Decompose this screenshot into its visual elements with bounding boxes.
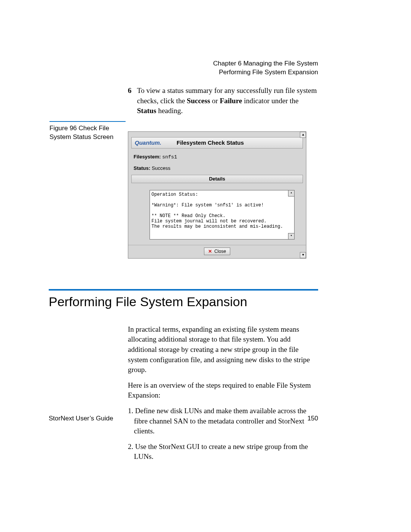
close-label: Close xyxy=(214,249,226,254)
dialog-title: Filesystem Check Status xyxy=(177,139,244,146)
section-heading: Performing File System Expansion xyxy=(49,294,318,309)
list-item-2: 2. Use the StorNext GUI to create a new … xyxy=(128,442,318,462)
page-header: Chapter 6 Managing the File System Perfo… xyxy=(213,59,318,77)
figure-caption: Figure 96 Check File System Status Scree… xyxy=(49,121,126,142)
filesystem-row: Filesystem: snfs1 xyxy=(134,154,301,160)
filesystem-label: Filesystem: xyxy=(134,154,161,160)
section-line: Performing File System Expansion xyxy=(213,68,318,77)
status-label: Status: xyxy=(134,165,150,171)
details-scroll-down-icon[interactable]: ▾ xyxy=(288,233,294,239)
details-text: Operation Status: *Warning*: File system… xyxy=(151,192,283,229)
chapter-line: Chapter 6 Managing the File System xyxy=(213,59,318,68)
footer-page-number: 150 xyxy=(307,415,318,422)
dialog-titlebar: Quantum. Filesystem Check Status xyxy=(131,137,303,149)
filesystem-value: snfs1 xyxy=(162,154,177,160)
details-textarea[interactable]: Operation Status: *Warning*: File system… xyxy=(150,190,295,240)
section-rule xyxy=(49,289,318,291)
close-icon: ✕ xyxy=(208,249,212,254)
page-footer: StorNext User’s Guide 150 xyxy=(49,415,318,422)
paragraph-1: In practical terms, expanding an existin… xyxy=(128,324,318,375)
outer-scroll-up-icon[interactable]: ▴ xyxy=(300,132,306,138)
step-number: 6 xyxy=(128,86,137,116)
dialog-footer: ✕ Close xyxy=(128,245,306,258)
caption-rule xyxy=(49,121,126,122)
footer-left: StorNext User’s Guide xyxy=(49,415,113,422)
status-row: Status: Success xyxy=(134,165,301,171)
details-scroll-up-icon[interactable]: ▴ xyxy=(288,190,294,197)
close-button[interactable]: ✕ Close xyxy=(204,248,230,255)
step-6: 6 To view a status summary for any succe… xyxy=(128,86,318,116)
section-body: In practical terms, expanding an existin… xyxy=(128,324,318,462)
dialog-screenshot: ▴ ▾ Quantum. Filesystem Check Status Fil… xyxy=(128,131,306,259)
outer-scroll-down-icon[interactable]: ▾ xyxy=(300,252,306,258)
figure-label: Figure 96 Check File System Status Scree… xyxy=(49,125,113,141)
details-header: Details xyxy=(131,175,303,183)
status-value: Success xyxy=(152,165,170,171)
brand-logo: Quantum. xyxy=(135,139,161,146)
step-text: To view a status summary for any success… xyxy=(137,86,318,116)
paragraph-2: Here is an overview of the steps require… xyxy=(128,380,318,401)
